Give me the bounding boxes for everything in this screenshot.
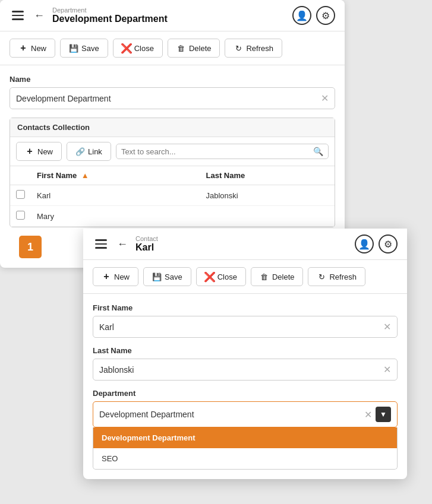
collection-plus-icon: + <box>25 147 34 156</box>
row-first-name-2: Mary <box>31 206 200 227</box>
fg-panel-title: Karl <box>135 242 355 253</box>
collection-link-label: Link <box>88 147 102 156</box>
last-name-header-label: Last Name <box>206 171 245 180</box>
select-all-header <box>10 166 31 185</box>
fg-toolbar: + New 💾 Save ❌ Close 🗑 Delete ↻ Refresh <box>83 260 407 294</box>
fg-close-icon: ❌ <box>205 272 215 281</box>
last-name-field-label: Last Name <box>93 346 398 355</box>
trash-icon: 🗑 <box>176 43 186 53</box>
fg-gear-icon-glyph: ⚙ <box>384 239 392 250</box>
bg-header-icons: 👤 ⚙ <box>292 6 335 25</box>
first-name-input[interactable] <box>99 322 381 332</box>
fg-save-label: Save <box>165 272 182 281</box>
fg-plus-icon: + <box>102 272 111 281</box>
row-checkbox-2[interactable] <box>16 211 25 220</box>
plus-icon: + <box>18 43 28 53</box>
bg-save-button[interactable]: 💾 Save <box>60 39 108 58</box>
settings-icon[interactable]: ⚙ <box>316 6 335 25</box>
back-button-bg[interactable]: ← <box>31 7 48 24</box>
department-field-wrap: ✕ ▼ <box>93 401 398 427</box>
table-row[interactable]: Karl Jablonski <box>10 185 335 206</box>
first-name-column-header[interactable]: First Name ▲ <box>31 166 200 185</box>
row-checkbox-cell-1 <box>10 185 31 206</box>
last-name-column-header[interactable]: Last Name <box>200 166 335 185</box>
table-header-row: First Name ▲ Last Name <box>10 166 335 185</box>
fg-delete-label: Delete <box>272 272 295 281</box>
fg-settings-icon[interactable]: ⚙ <box>379 234 398 253</box>
bg-delete-button[interactable]: 🗑 Delete <box>168 39 220 58</box>
fg-refresh-icon: ↻ <box>317 272 326 281</box>
fg-close-button[interactable]: ❌ Close <box>196 267 246 286</box>
bg-refresh-button[interactable]: ↻ Refresh <box>225 39 282 58</box>
last-name-input[interactable] <box>99 365 381 375</box>
row-first-name-1: Karl <box>31 185 200 206</box>
bg-new-button[interactable]: + New <box>10 39 55 58</box>
back-arrow-icon: ← <box>34 10 45 21</box>
fg-back-button[interactable]: ← <box>114 236 131 252</box>
menu-icon[interactable] <box>10 7 26 24</box>
bg-close-button[interactable]: ❌ Close <box>113 39 163 58</box>
collection-new-button[interactable]: + New <box>16 142 62 161</box>
dropdown-item-seo[interactable]: SEO <box>93 448 397 469</box>
row-checkbox-1[interactable] <box>16 190 25 199</box>
first-name-clear-icon[interactable]: ✕ <box>383 321 391 332</box>
collection-search-input[interactable] <box>121 147 311 156</box>
fg-new-button[interactable]: + New <box>93 267 138 286</box>
search-icon: 🔍 <box>313 147 323 156</box>
bg-breadcrumb: Department <box>52 7 292 14</box>
collection-toolbar: + New 🔗 Link 🔍 <box>10 137 335 166</box>
bg-new-label: New <box>31 44 46 53</box>
sort-asc-icon[interactable]: ▲ <box>81 171 89 180</box>
department-field-label: Department <box>93 389 398 398</box>
refresh-icon: ↻ <box>234 43 243 53</box>
bg-toolbar: + New 💾 Save ❌ Close 🗑 Delete ↻ Refresh <box>0 31 345 65</box>
name-field-label: Name <box>10 75 335 84</box>
dept-dropdown-toggle[interactable]: ▼ <box>376 407 391 422</box>
name-input[interactable] <box>16 94 319 103</box>
row-checkbox-cell-2 <box>10 206 31 227</box>
hamburger-icon <box>12 11 24 20</box>
user-icon[interactable]: 👤 <box>292 6 311 25</box>
last-name-clear-icon[interactable]: ✕ <box>383 364 391 375</box>
bg-panel-header: ← Department Development Department 👤 ⚙ <box>0 0 345 31</box>
fg-panel-content: First Name ✕ Last Name ✕ Department ✕ ▼ … <box>83 294 407 479</box>
department-dropdown-list: Development Department SEO <box>93 427 398 470</box>
fg-hamburger-icon <box>95 239 107 249</box>
bg-save-label: Save <box>81 44 99 53</box>
close-icon: ❌ <box>122 43 131 53</box>
first-name-field-wrap: ✕ <box>93 316 398 338</box>
fg-menu-icon[interactable] <box>93 236 109 252</box>
fg-trash-icon: 🗑 <box>260 272 269 281</box>
name-clear-icon[interactable]: ✕ <box>321 93 329 104</box>
bg-refresh-label: Refresh <box>246 44 273 53</box>
fg-back-arrow-icon: ← <box>117 239 128 249</box>
link-icon: 🔗 <box>75 147 85 156</box>
department-panel: ← Department Development Department 👤 ⚙ … <box>0 0 345 268</box>
first-name-header-label: First Name <box>37 171 77 180</box>
name-field-wrap: ✕ <box>10 87 335 109</box>
fg-user-icon[interactable]: 👤 <box>355 234 374 253</box>
collection-new-label: New <box>37 147 53 156</box>
row-last-name-1: Jablonski <box>200 185 335 206</box>
bg-delete-label: Delete <box>189 44 212 53</box>
fg-refresh-label: Refresh <box>329 272 357 281</box>
dropdown-item-dev[interactable]: Development Department <box>93 427 397 448</box>
fg-delete-button[interactable]: 🗑 Delete <box>251 267 304 286</box>
collection-search-wrap: 🔍 <box>116 144 329 159</box>
fg-user-icon-glyph: 👤 <box>358 239 370 250</box>
bg-close-label: Close <box>134 44 154 53</box>
row-last-name-2 <box>200 206 335 227</box>
fg-save-button[interactable]: 💾 Save <box>143 267 191 286</box>
dept-clear-icon[interactable]: ✕ <box>364 409 372 420</box>
user-icon-glyph: 👤 <box>296 10 308 21</box>
bg-panel-title: Development Department <box>52 14 292 24</box>
dropdown-item-seo-label: SEO <box>102 454 118 463</box>
fg-header-icons: 👤 ⚙ <box>355 234 398 253</box>
collection-link-button[interactable]: 🔗 Link <box>67 142 111 161</box>
page-badge[interactable]: 1 <box>19 236 42 258</box>
fg-new-label: New <box>114 272 130 281</box>
fg-refresh-button[interactable]: ↻ Refresh <box>308 267 365 286</box>
contacts-collection-box: Contacts Collection + New 🔗 Link 🔍 <box>10 118 335 227</box>
department-input[interactable] <box>99 410 364 419</box>
table-row[interactable]: Mary <box>10 206 335 227</box>
